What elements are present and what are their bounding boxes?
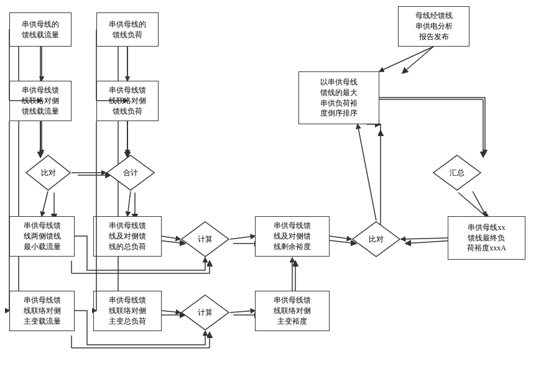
diamond-total: 合计	[106, 154, 155, 191]
svg-line-47	[230, 236, 255, 239]
svg-line-44	[42, 191, 48, 216]
svg-line-24	[458, 193, 489, 219]
svg-line-48	[330, 236, 351, 239]
svg-line-55	[379, 47, 433, 71]
box-transformer-current: 串供母线馈线联络对侧主变载流量	[9, 291, 75, 331]
box-residual-margin: 串供母线馈线及对侧馈线剩余裕度	[255, 216, 330, 257]
box-tie-feeder-load: 串供母线馈线联络对侧馈线负荷	[96, 81, 159, 121]
box-feeder-load: 串供母线的馈线负荷	[96, 12, 159, 47]
flow-arrows	[0, 0, 536, 392]
flowchart-diagram: 串供母线的馈线载流量 串供母线的馈线负荷 母线经馈线串供电分析报告发布 串供母线…	[0, 0, 536, 392]
diamond-calc-1: 计算	[180, 221, 230, 258]
diamond-compare-1: 比对	[25, 154, 72, 191]
svg-line-53	[230, 311, 255, 312]
svg-line-25	[405, 240, 454, 244]
svg-line-49	[358, 124, 376, 221]
box-transformer-margin: 串供母线馈线联络对侧主变裕度	[255, 291, 330, 331]
box-total-load: 串供母线馈线及对侧馈线的总负荷	[93, 216, 162, 257]
box-transformer-load: 串供母线馈线联络对侧主变总负荷	[93, 291, 162, 331]
box-max-sort: 以串供母线馈线的最大串供负荷裕度倒序排序	[298, 71, 379, 124]
diamond-compare-2: 比对	[351, 221, 401, 258]
svg-line-46	[162, 236, 180, 239]
arrows-layer	[0, 0, 536, 392]
svg-line-52	[162, 311, 180, 312]
box-min-current: 串供母线馈线两侧馈线最小载流量	[9, 216, 75, 257]
diamond-calc-2: 计算	[180, 294, 230, 331]
svg-line-45	[127, 191, 131, 216]
diamond-summary: 汇总	[432, 154, 482, 191]
box-feeder-current: 串供母线的馈线载流量	[9, 12, 72, 47]
box-report-publish: 母线经馈线串供电分析报告发布	[398, 6, 469, 47]
svg-line-23	[402, 47, 433, 73]
svg-line-50	[473, 191, 486, 216]
svg-line-51	[401, 238, 448, 239]
box-tie-feeder-current: 串供母线馈线联络对侧馈线载流量	[9, 81, 72, 121]
box-final-margin: 串供母线xx馈线最终负荷裕度xxxA	[448, 216, 525, 260]
